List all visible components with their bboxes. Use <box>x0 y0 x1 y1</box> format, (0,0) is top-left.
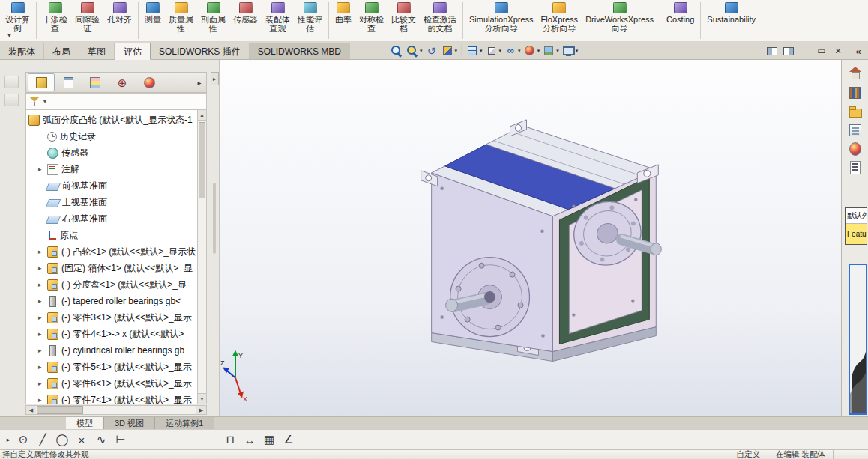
design-library-icon[interactable] <box>846 84 865 102</box>
tab-sketch[interactable]: 草图 <box>79 43 115 59</box>
flyout-arrow-icon[interactable]: ▼ <box>7 33 12 38</box>
tab-assembly[interactable]: 装配体 <box>0 43 44 59</box>
scrollbar-thumb[interactable] <box>37 406 83 414</box>
solidworks-resources-icon[interactable] <box>846 65 865 83</box>
compare-documents-button[interactable]: 比较文档 <box>388 0 420 40</box>
driveworksxpress-button[interactable]: DriveWorksXpress向导 <box>582 0 657 40</box>
assembly-visualization-button[interactable]: 装配体直观 <box>262 0 294 40</box>
tree-item[interactable]: ▸(-) 零件6<1> (默认<<默认>_显示 <box>26 375 197 392</box>
expand-arrow-icon[interactable]: ▸ <box>38 363 47 371</box>
tree-vertical-scrollbar[interactable]: ▲ ▼ <box>197 109 207 404</box>
maximize-button[interactable]: ▭ <box>814 44 829 58</box>
symmetry-check-button[interactable]: 对称检查 <box>355 0 388 40</box>
slot-tool[interactable]: ⊓ <box>220 431 240 449</box>
expand-arrow-icon[interactable]: ▸ <box>38 281 47 288</box>
displaymanager-tab[interactable] <box>136 73 163 91</box>
file-explorer-icon[interactable] <box>846 103 865 121</box>
tree-item[interactable]: ▸注解 <box>26 161 197 177</box>
doc-tab-motion-study-1[interactable]: 运动算例1 <box>155 417 214 429</box>
tree-item[interactable]: ▸(-) 零件3<1> (默认<<默认>_显示 <box>26 309 197 326</box>
tab-evaluate[interactable]: 评估 <box>115 43 151 60</box>
tree-item[interactable]: ▸(-) 分度盘<1> (默认<<默认>_显 <box>26 276 197 293</box>
line-tool[interactable]: ╱ <box>33 431 52 449</box>
pane-left-button[interactable] <box>765 44 780 58</box>
tab-solidworks-mbd[interactable]: SOLIDWORKS MBD <box>250 43 350 59</box>
customize-status-item[interactable]: 自定义 <box>729 450 768 459</box>
performance-evaluation-button[interactable]: 性能评估 <box>294 0 326 40</box>
doc-tab-model[interactable]: 模型 <box>66 417 104 429</box>
costing-button[interactable]: Costing <box>663 0 698 40</box>
tree-horizontal-scrollbar[interactable]: ◀ ▶ <box>25 405 207 415</box>
expand-arrow-icon[interactable]: ▸ <box>38 330 47 338</box>
pane-right-button[interactable] <box>781 44 796 58</box>
tree-item[interactable]: ▸(-) 凸轮<1> (默认<<默认>_显示状 <box>26 243 197 260</box>
flyout-pane-arrow-icon[interactable]: ▸ <box>211 72 219 85</box>
expand-arrow-icon[interactable]: ▸ <box>38 264 47 272</box>
graphics-viewport[interactable]: Y Z X <box>219 60 841 416</box>
mass-properties-button[interactable]: 质量属性 <box>165 0 197 40</box>
tree-item[interactable]: 原点 <box>26 227 197 243</box>
minimize-button[interactable]: — <box>798 44 813 58</box>
zoom-area-button[interactable]: ▾ <box>405 42 424 59</box>
circle-point-tool[interactable]: ⊙ <box>13 431 33 449</box>
splitter-grip[interactable] <box>213 183 216 254</box>
tree-item[interactable]: 前视基准面 <box>26 177 197 194</box>
doc-tab-3d-views[interactable]: 3D 视图 <box>104 417 155 429</box>
feature-tree-root-item[interactable]: 弧面分度凸轮 (默认<默认_显示状态-1 <box>26 112 197 128</box>
view-settings-button[interactable]: ▾ <box>561 42 579 59</box>
close-button[interactable]: × <box>831 44 846 58</box>
previous-view-button[interactable]: ↺ <box>424 42 439 59</box>
appearance-preview-thumbnail[interactable] <box>849 264 867 415</box>
taskpane-collapse-button[interactable]: « <box>849 46 868 59</box>
flyout-arrow[interactable]: ▸ <box>3 431 13 449</box>
tree-item[interactable]: 历史记录 <box>26 128 197 145</box>
clearance-verification-button[interactable]: 间隙验证 <box>71 0 103 40</box>
apply-scene-button[interactable]: ▾ <box>541 42 560 59</box>
hide-show-items-button[interactable]: ∞▾ <box>503 42 522 59</box>
design-study-button[interactable]: 设计算例▼ <box>1 0 34 40</box>
filter-dropdown-arrow-icon[interactable]: ▼ <box>42 98 48 105</box>
featuremanager-tab[interactable] <box>28 73 55 91</box>
section-properties-button[interactable]: 剖面属性 <box>197 0 229 40</box>
expand-arrow-icon[interactable]: ▸ <box>38 248 47 255</box>
scroll-up-arrow-icon[interactable]: ▲ <box>198 110 206 121</box>
custom-properties-icon[interactable] <box>846 159 865 177</box>
dimension-tool[interactable]: ↔ <box>240 431 259 449</box>
scroll-right-arrow-icon[interactable]: ▶ <box>196 406 206 414</box>
point-cross-tool[interactable]: × <box>72 431 91 449</box>
tree-item[interactable]: 右视基准面 <box>26 210 197 227</box>
trim-tool[interactable]: ⊢ <box>111 431 130 449</box>
expand-arrow-icon[interactable]: ▸ <box>38 396 47 404</box>
tree-item[interactable]: ▸(固定) 箱体<1> (默认<<默认>_显 <box>26 260 197 276</box>
angle-tool[interactable]: ∠ <box>279 431 298 449</box>
expand-arrow-icon[interactable]: ▸ <box>38 297 47 305</box>
floxpress-button[interactable]: FloXpress分析向导 <box>537 0 582 40</box>
expand-arrow-icon[interactable]: ▸ <box>38 347 47 354</box>
expand-arrow-icon[interactable]: ▸ <box>38 165 47 173</box>
spline-tool[interactable]: ∿ <box>91 431 111 449</box>
dimxpertmanager-tab[interactable] <box>109 73 136 91</box>
tab-solidworks-addins[interactable]: SOLIDWORKS 插件 <box>151 43 250 59</box>
zoom-fit-button[interactable] <box>389 42 404 59</box>
circle-tool[interactable]: ◯ <box>52 431 72 449</box>
panel-tabs-overflow-arrow[interactable]: ▸ <box>194 79 205 87</box>
sustainability-button[interactable]: Sustainability <box>703 0 759 40</box>
configurationmanager-tab[interactable] <box>82 73 109 91</box>
appearance-popup[interactable]: 默认外 Featur <box>845 207 867 245</box>
tree-item[interactable]: ▸(-) 零件5<1> (默认<<默认>_显示 <box>26 359 197 375</box>
display-style-button[interactable]: ▾ <box>484 42 503 59</box>
expand-arrow-icon[interactable]: ▸ <box>38 380 47 387</box>
check-active-document-button[interactable]: 检查激活的文档 <box>420 0 460 40</box>
appearances-icon[interactable] <box>846 140 865 158</box>
propertymanager-tab[interactable] <box>55 73 82 91</box>
tab-layout[interactable]: 布局 <box>44 43 79 59</box>
measure-button[interactable]: 测量 <box>141 0 165 40</box>
section-view-button[interactable]: ▾ <box>440 42 459 59</box>
appearance-popup-feature[interactable]: Featur <box>846 223 867 244</box>
expand-arrow-icon[interactable]: ▸ <box>38 314 47 321</box>
grid-tool[interactable]: ▦ <box>259 431 279 449</box>
simulationxpress-button[interactable]: SimulationXpress分析向导 <box>465 0 537 40</box>
curvature-button[interactable]: 曲率 <box>331 0 355 40</box>
tree-item[interactable]: ▸(-) 零件4<1>-> x (默认<<默认> <box>26 326 197 342</box>
view-palette-icon[interactable] <box>846 121 865 139</box>
